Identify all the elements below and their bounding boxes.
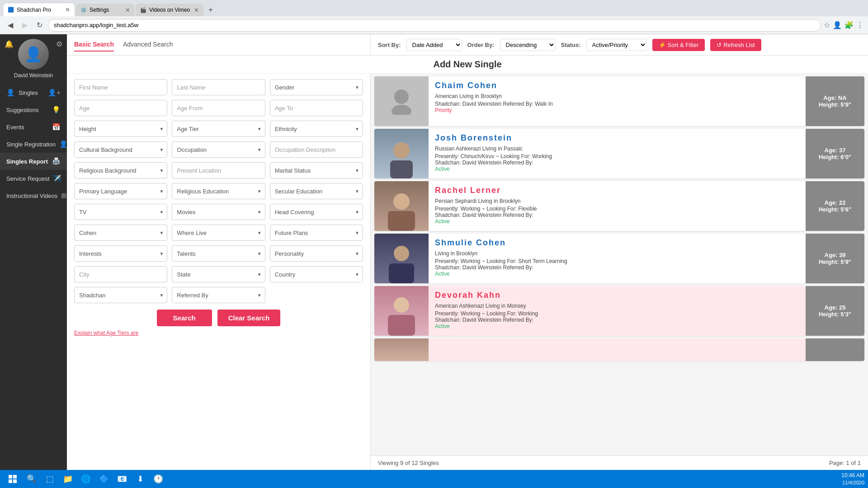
sidebar-item-singles[interactable]: 👤 Singles 👤+ [0,84,67,101]
religious-background-select[interactable]: Religious Background [74,162,167,178]
personality-select[interactable]: Personality [270,245,363,262]
tab3-close[interactable]: ✕ [194,7,199,14]
single-photo-5 [374,286,429,336]
refresh-list-button[interactable]: ↺ Refresh List [710,39,761,51]
height-select[interactable]: Height [74,121,167,137]
sort-by-select[interactable]: Date Added Name Age [406,39,462,51]
sidebar-item-instructional-videos[interactable]: Instructional Videos ⊞ [0,187,67,204]
svg-rect-5 [388,211,415,231]
secular-education-select[interactable]: Secular Education [270,183,363,199]
taskbar-downloads[interactable]: ⬇ [132,471,148,487]
taskbar-extra[interactable]: 🕐 [150,471,166,487]
cultural-background-select[interactable]: Cultural Background [74,141,167,158]
taskbar-edge[interactable]: 🔷 [96,471,112,487]
future-plans-select[interactable]: Future Plans [270,225,363,241]
basic-search-tab[interactable]: Basic Search [74,38,114,52]
single-card-1[interactable]: Chaim Cohen American Living in Brooklyn … [374,76,864,126]
first-name-input[interactable] [74,79,167,95]
single-details-3c: Shadchan: David Weinstein Referred By: [435,212,799,218]
notification-bell[interactable]: 🔔 [5,40,14,48]
state-select[interactable]: State [172,266,265,282]
marital-status-select[interactable]: Marital Status [270,162,363,178]
city-input[interactable] [74,266,167,282]
tab1-close[interactable]: ✕ [65,6,70,13]
service-request-label: Service Request [6,175,49,182]
tv-select[interactable]: TV [74,204,167,220]
single-card-3[interactable]: Rachel Lerner Persian Sephardi Living in… [374,181,864,231]
single-age-box-3: Age: 22 Height: 5'6" [806,181,864,231]
service-request-icon: ✈️ [53,174,61,183]
last-name-input[interactable] [172,79,265,95]
age-input[interactable] [74,100,167,116]
profile-icon[interactable]: 👤 [833,21,842,29]
talents-select[interactable]: Talents [172,245,265,262]
single-card-2[interactable]: Josh Borenstein Russian Ashkenazi Living… [374,129,864,178]
sidebar-item-single-registration[interactable]: Single Registration 👤 [0,136,67,153]
shadchan-select[interactable]: Shadchan [74,287,167,303]
head-covering-select[interactable]: Head Covering [270,204,363,220]
present-location-input[interactable] [172,162,265,178]
occupation-select[interactable]: Occupation [172,141,265,158]
browser-tab-3[interactable]: 🎬 Videos on Vimeo ✕ [136,4,203,16]
back-button[interactable]: ◀ [5,19,16,31]
instructional-videos-label: Instructional Videos [6,192,57,199]
new-tab-button[interactable]: + [204,4,217,16]
suggestions-label: Suggestions [6,107,39,113]
cohen-select[interactable]: Cohen [74,225,167,241]
browser-tab-2[interactable]: ⚙️ Settings ✕ [76,4,135,16]
single-photo-2 [374,129,429,178]
bookmark-icon[interactable]: ☆ [824,21,830,29]
tab2-close[interactable]: ✕ [125,7,130,14]
address-bar[interactable] [48,19,821,32]
country-select[interactable]: Country [270,266,363,282]
clear-search-button[interactable]: Clear Search [217,310,281,326]
age-tier-select[interactable]: Age Tier [172,121,265,137]
single-card-6[interactable] [374,338,864,361]
age-from-input[interactable] [172,100,265,116]
taskbar-search[interactable]: 🔍 [24,471,40,487]
sidebar-item-events[interactable]: Events 📅 [0,118,67,136]
settings-gear[interactable]: ⚙ [56,40,62,48]
where-live-select[interactable]: Where Live [172,225,265,241]
single-card-5[interactable]: Devorah Kahn American Ashkenazi Living i… [374,286,864,336]
sidebar-username: David Weinstein [14,72,53,79]
sidebar-item-singles-report[interactable]: Singles Report 🖨️ [0,153,67,170]
single-details-4c: Shadchan: David Weinstein Referred By: [435,264,799,271]
search-button[interactable]: Search [157,310,212,326]
sidebar-item-service-request[interactable]: Service Request ✈️ [0,170,67,187]
browser-tab-1[interactable]: 🟦 Shadchan Pro ✕ [3,3,75,16]
single-registration-icon: 👤 [59,140,68,148]
taskbar-browser[interactable]: 🌐 [78,471,94,487]
taskbar-outlook[interactable]: 📧 [114,471,130,487]
status-select[interactable]: Active/Priority Active Priority All [586,39,647,51]
menu-icon[interactable]: ⋮ [856,21,863,29]
referred-by-select[interactable]: Referred By [172,287,265,303]
taskbar-file-explorer[interactable]: 📁 [60,471,76,487]
gender-select[interactable]: Gender Male Female [270,79,363,95]
svg-rect-3 [390,160,413,178]
primary-language-select[interactable]: Primary Language [74,183,167,199]
order-by-select[interactable]: Descending Ascending [500,39,556,51]
singles-add-icon: 👤+ [48,89,61,97]
reload-button[interactable]: ↻ [33,19,45,31]
interests-select[interactable]: Interests [74,245,167,262]
movies-select[interactable]: Movies [172,204,265,220]
svg-rect-7 [389,263,414,283]
singles-icon: 👤 [6,89,15,97]
age-to-input[interactable] [270,100,363,116]
single-card-4[interactable]: Shmulie Cohen Living in Brooklyn Present… [374,234,864,283]
sidebar-item-suggestions[interactable]: Suggestions 💡 [0,101,67,118]
extension-icon[interactable]: 🧩 [844,21,854,29]
advanced-search-tab[interactable]: Advanced Search [123,38,173,52]
age-tiers-link[interactable]: Explain what Age Tiers are [74,330,363,336]
single-registration-label: Single Registration [6,141,56,148]
ethnicity-select[interactable]: Ethnicity [270,121,363,137]
start-button[interactable] [4,470,22,488]
svg-point-6 [394,246,409,261]
sort-filter-button[interactable]: ⚡ Sort & Filter [652,39,705,51]
taskbar-task-view[interactable]: ⬚ [42,471,58,487]
svg-rect-9 [388,315,415,336]
religious-education-select[interactable]: Religious Education [172,183,265,199]
forward-button[interactable]: ▶ [19,19,31,31]
occupation-description-input[interactable] [270,141,363,158]
